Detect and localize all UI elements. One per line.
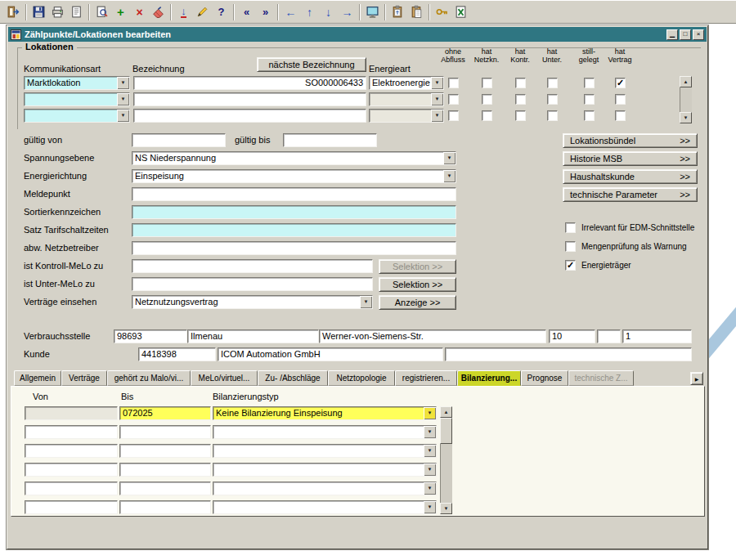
- energieart-select[interactable]: ▼: [369, 92, 444, 106]
- tab-technische-z[interactable]: technische Z...: [568, 370, 634, 386]
- dropdown-arrow-icon[interactable]: ▼: [431, 77, 443, 89]
- checkbox-stillgelegt[interactable]: [584, 110, 595, 121]
- copy-icon[interactable]: [388, 2, 407, 21]
- edit-icon[interactable]: [193, 2, 212, 21]
- bilanzierung-scrollbar[interactable]: ▲ ▼: [440, 406, 452, 514]
- energieart-select[interactable]: ▼: [369, 109, 444, 123]
- checkbox-mengenpruefung[interactable]: [565, 241, 576, 252]
- gueltig-bis-field[interactable]: [283, 133, 377, 147]
- nav-left-icon[interactable]: ←: [281, 2, 300, 21]
- von-field[interactable]: [25, 425, 118, 439]
- bezeichnung-field[interactable]: SO000006433: [133, 76, 366, 90]
- ist-unter-melo-field[interactable]: [132, 277, 373, 291]
- von-field[interactable]: [25, 406, 118, 420]
- checkbox-stillgelegt[interactable]: [584, 78, 595, 88]
- verbrauchsstelle-plz-field[interactable]: 98693: [114, 329, 187, 343]
- clear-record-icon[interactable]: [149, 2, 168, 21]
- bis-field[interactable]: 072025: [119, 406, 211, 420]
- excel-export-icon[interactable]: [451, 2, 470, 21]
- checkbox-hat-vertrag[interactable]: ✓: [615, 78, 626, 88]
- kommunikationsart-select[interactable]: ▼: [24, 92, 130, 106]
- bilanzierungstyp-select[interactable]: Keine Bilanzierung Einspeisung▼: [213, 406, 437, 420]
- energieart-select[interactable]: Elektroenergie▼: [369, 76, 444, 90]
- lokationen-scrollbar[interactable]: ▲ ▼: [680, 76, 692, 123]
- von-field[interactable]: [25, 444, 118, 458]
- nav-down-icon[interactable]: ↓: [319, 2, 338, 21]
- verbrauchsstelle-hausnr-field[interactable]: 10: [549, 329, 595, 343]
- checkbox-hat-unter[interactable]: [547, 94, 558, 105]
- nav-up-icon[interactable]: ↑: [300, 2, 319, 21]
- dropdown-arrow-icon[interactable]: ▼: [424, 445, 436, 457]
- bis-field[interactable]: [119, 444, 211, 458]
- verbrauchsstelle-zusatz-field[interactable]: [597, 329, 621, 343]
- checkbox-hat-unter[interactable]: [547, 110, 558, 121]
- von-field[interactable]: [25, 500, 118, 514]
- bilanzierungstyp-select[interactable]: ▼: [213, 425, 437, 439]
- scroll-down-icon[interactable]: ▼: [680, 112, 692, 123]
- dropdown-arrow-icon[interactable]: ▼: [443, 152, 456, 164]
- close-button[interactable]: ×: [693, 29, 704, 40]
- exit-icon[interactable]: [4, 2, 23, 21]
- dropdown-arrow-icon[interactable]: ▼: [424, 501, 436, 513]
- von-field[interactable]: [25, 463, 118, 477]
- bezeichnung-field[interactable]: [133, 92, 366, 106]
- insert-record-icon[interactable]: +: [111, 2, 130, 21]
- satz-tarifschaltzeiten-field[interactable]: [132, 223, 456, 237]
- tab-zu-abschlaege[interactable]: Zu- /Abschläge: [258, 370, 328, 386]
- historie-msb-button[interactable]: Historie MSB>>: [563, 151, 698, 166]
- tab-vertraege[interactable]: Verträge: [61, 370, 107, 386]
- verbrauchsstelle-ort-field[interactable]: Ilmenau: [187, 329, 319, 343]
- tab-prognose[interactable]: Prognose: [521, 370, 568, 386]
- naechste-bezeichnung-button[interactable]: nächste Bezeichnung: [257, 57, 366, 72]
- checkbox-hat-kontr[interactable]: [515, 94, 526, 105]
- tab-allgemein[interactable]: Allgemein: [14, 370, 61, 386]
- checkbox-ohne-abfluss[interactable]: [448, 110, 459, 121]
- help-icon[interactable]: ?: [212, 2, 231, 21]
- tab-scroll-right-button[interactable]: ▶: [690, 372, 703, 385]
- bis-field[interactable]: [119, 482, 211, 495]
- dropdown-arrow-icon[interactable]: ▼: [117, 110, 129, 122]
- kunde-name-field[interactable]: ICOM Automation GmbH: [218, 347, 443, 361]
- bis-field[interactable]: [119, 463, 211, 477]
- kunde-zusatz-field[interactable]: [445, 347, 692, 361]
- ist-kontroll-melo-field[interactable]: [132, 259, 373, 273]
- dropdown-arrow-icon[interactable]: ▼: [117, 93, 129, 105]
- list-icon[interactable]: [67, 2, 86, 21]
- lokationsbuendel-button[interactable]: Lokationsbündel>>: [563, 133, 698, 148]
- checkbox-hat-kontr[interactable]: [515, 110, 526, 121]
- bilanzierungstyp-select[interactable]: ▼: [213, 463, 437, 477]
- dropdown-arrow-icon[interactable]: ▼: [360, 296, 372, 308]
- bilanzierungstyp-select[interactable]: ▼: [213, 500, 437, 514]
- abw-netzbetreiber-field[interactable]: [132, 241, 456, 255]
- scroll-down-icon[interactable]: ▼: [440, 503, 452, 514]
- checkbox-energietraeger[interactable]: ✓: [565, 260, 576, 271]
- monitor-icon[interactable]: [363, 2, 382, 21]
- key-icon[interactable]: [433, 2, 451, 21]
- checkbox-hat-netzkn[interactable]: [482, 94, 492, 105]
- delete-record-icon[interactable]: ×: [130, 2, 149, 21]
- paste-icon[interactable]: [407, 2, 426, 21]
- haushaltskunde-button[interactable]: Haushaltskunde>>: [563, 169, 698, 184]
- window-titlebar[interactable]: Zählpunkte/Lokationen bearbeiten ▁ □ ×: [8, 27, 707, 42]
- gueltig-von-field[interactable]: [132, 133, 226, 147]
- dropdown-arrow-icon[interactable]: ▼: [431, 110, 443, 122]
- spannungsebene-select[interactable]: NS Niederspannung▼: [132, 151, 456, 165]
- dropdown-arrow-icon[interactable]: ▼: [431, 93, 443, 105]
- dropdown-arrow-icon[interactable]: ▼: [424, 464, 436, 476]
- checkbox-stillgelegt[interactable]: [584, 94, 595, 105]
- checkbox-hat-kontr[interactable]: [515, 78, 526, 88]
- checkbox-ohne-abfluss[interactable]: [448, 94, 459, 105]
- nav-right-icon[interactable]: →: [338, 2, 357, 21]
- bis-field[interactable]: [119, 425, 211, 439]
- technische-parameter-button[interactable]: technische Parameter>>: [563, 187, 698, 202]
- minimize-button[interactable]: ▁: [666, 29, 678, 40]
- dropdown-arrow-icon[interactable]: ▼: [424, 426, 436, 438]
- verbrauchsstelle-strasse-field[interactable]: Werner-von-Siemens-Str.: [319, 329, 546, 343]
- verbrauchsstelle-wohnung-field[interactable]: 1: [622, 329, 692, 343]
- bis-field[interactable]: [119, 500, 211, 514]
- first-record-icon[interactable]: «: [237, 2, 256, 21]
- vertraege-einsehen-select[interactable]: Netznutzungsvertrag▼: [132, 295, 373, 309]
- dropdown-arrow-icon[interactable]: ▼: [424, 482, 436, 495]
- dropdown-arrow-icon[interactable]: ▼: [424, 407, 436, 419]
- bilanzierungstyp-select[interactable]: ▼: [213, 482, 437, 495]
